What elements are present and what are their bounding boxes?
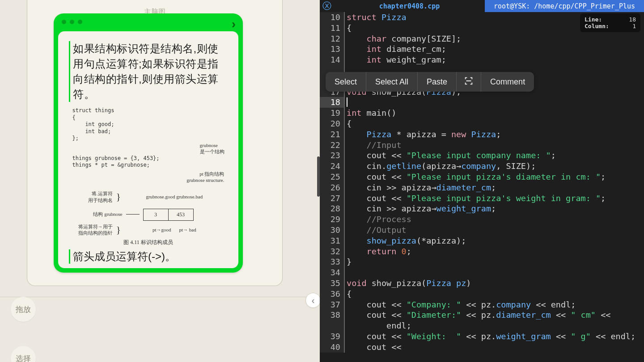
drag-button-label: 拖放: [16, 304, 31, 315]
terminal-tab-label: root@YSK: /home/cpp/CPP_Primer_Plus: [494, 2, 635, 10]
diagram-code-1: struct things { int good; int bad; };: [72, 107, 225, 142]
arrow-right-icon[interactable]: ›: [232, 17, 236, 31]
diagram-arrow-label-b: 指向结构的指针: [72, 230, 113, 236]
note-paragraph-2: 箭头成员运算符(->)。: [69, 249, 228, 264]
diagram-caption: 图 4.11 标识结构成员: [72, 239, 225, 246]
file-tab[interactable]: chapter0408.cpp: [334, 0, 485, 12]
file-tab-label: chapter0408.cpp: [379, 2, 440, 10]
diagram-dot-label-b: 用于结构名: [72, 197, 113, 203]
diagram-cell-good: 3: [143, 209, 168, 220]
close-tab-button[interactable]: ⓧ: [320, 0, 334, 12]
ctx-scan[interactable]: [457, 72, 481, 92]
diagram-cell-bad: 453: [168, 209, 193, 220]
diagram-grubnose-desc: 是一个结构: [200, 148, 225, 155]
diagram-pt-line1: pt 指向结构: [72, 171, 225, 177]
terminal-tab[interactable]: root@YSK: /home/cpp/CPP_Primer_Plus: [485, 0, 644, 12]
ctx-comment[interactable]: Comment: [481, 72, 534, 92]
struct-diagram: struct things { int good; int bad; }; gr…: [72, 107, 225, 246]
ctx-select-label: Select: [335, 77, 357, 87]
drag-button[interactable]: 拖放: [11, 297, 36, 322]
diagram-pt-good: pt→good: [153, 227, 171, 233]
ctx-paste-label: Paste: [427, 77, 447, 87]
ctx-select-all-label: Select All: [375, 77, 408, 87]
ctx-paste[interactable]: Paste: [418, 72, 457, 92]
ctx-comment-label: Comment: [490, 77, 525, 87]
note-paragraph: 如果结构标识符是结构名,则使用句点运算符;如果标识符是指向结构的指针,则使用箭头…: [69, 41, 228, 102]
note-card[interactable]: › 如果结构标识符是结构名,则使用句点运算符;如果标识符是指向结构的指针,则使用…: [54, 13, 243, 273]
notes-pane: 主脑图 ﹀ › 如果结构标识符是结构名,则使用句点运算符;如果标识符是指向结构的…: [0, 0, 320, 362]
diagram-code-2: things grubnose = {3, 453}; things * pt …: [72, 155, 225, 169]
chevron-left-icon: ‹: [312, 295, 315, 306]
diagram-member-labels: grubnose.good grubnose.bad: [124, 194, 224, 200]
code-area[interactable]: 10struct Pizza 11{ 12 char company[SIZE]…: [320, 12, 644, 362]
editor-tabs: ⓧ chapter0408.cpp root@YSK: /home/cpp/CP…: [320, 0, 644, 12]
diagram-pt-line2: grubnose structure.: [72, 177, 225, 183]
diagram-dot-label-a: 将.运算符: [72, 190, 113, 197]
diagram-pt-bad: pt→ bad: [179, 227, 196, 233]
context-menu: Select Select All Paste Comment: [326, 72, 534, 92]
diagram-arrow-label-a: 将运算符→用于: [72, 223, 113, 230]
collapse-handle[interactable]: ‹: [305, 293, 321, 308]
diagram-memory-table: 3 453: [143, 209, 194, 221]
note-card-body: 如果结构标识符是结构名,则使用句点运算符;如果标识符是指向结构的指针,则使用箭头…: [58, 31, 238, 268]
ctx-select[interactable]: Select: [326, 72, 366, 92]
select-button[interactable]: 选择: [11, 346, 36, 362]
ctx-select-all[interactable]: Select All: [366, 72, 418, 92]
code-editor-pane: ⓧ chapter0408.cpp root@YSK: /home/cpp/CP…: [320, 0, 644, 362]
diagram-struct-label: 结构 grubnose: [72, 211, 123, 217]
diagram-grubnose-label: grubnose: [200, 142, 225, 148]
divider: [0, 297, 320, 297]
note-card-header: ›: [54, 13, 243, 29]
scan-icon: [464, 76, 474, 88]
select-button-label: 选择: [16, 354, 31, 362]
traffic-lights-icon: [62, 20, 82, 24]
close-icon: ⓧ: [322, 0, 331, 12]
